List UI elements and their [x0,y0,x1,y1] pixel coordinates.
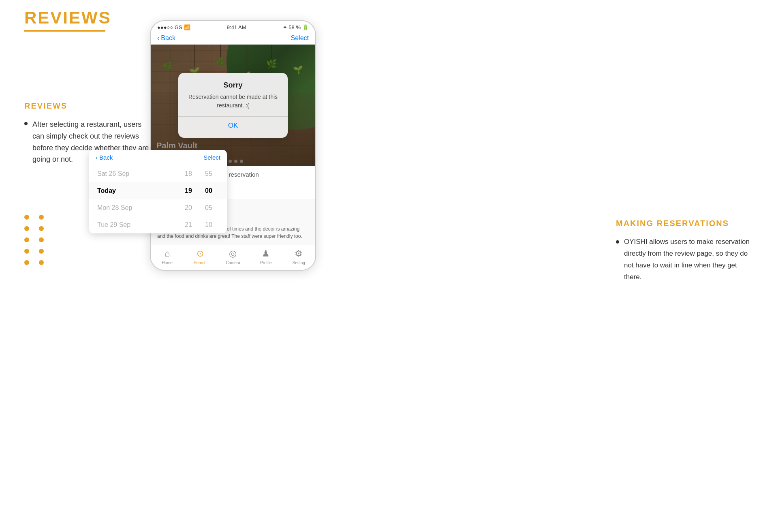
dp-min-tue: 10 [199,221,219,229]
dp-num-tue: 21 [178,221,199,229]
sorry-dialog: Sorry Reservation cannot be made at this… [178,73,288,138]
dot-3 [24,226,29,231]
profile-icon: ♟ [262,248,270,259]
dp-row-tue: Tue 29 Sep 21 10 [89,216,227,233]
tab-setting[interactable]: ⚙ Setting [286,248,311,265]
signal-indicator: ●●●○○ GS [157,24,182,30]
back-label: Back [161,34,175,42]
status-right: ✴ 58 % 🔋 [283,24,309,30]
decorative-dots-grid [24,215,47,265]
home-icon: ⌂ [165,248,170,259]
back-button[interactable]: ‹ Back [157,34,175,42]
dp-chevron-left-icon: ‹ [96,154,98,161]
tab-profile-label: Profile [260,261,271,265]
dp-row-mon: Mon 28 Sep 20 05 [89,199,227,216]
select-button[interactable]: Select [291,34,309,42]
dot-1 [24,215,29,220]
setting-icon: ⚙ [295,248,303,259]
status-time: 9:41 AM [227,24,246,30]
camera-icon: ◎ [229,248,237,259]
battery-icon: 🔋 [302,24,309,30]
wifi-icon: 📶 [184,24,190,30]
page-title: REVIEWS [24,8,111,28]
dp-num-sat: 18 [178,170,199,177]
reviews-section-label: REVIEWS [24,101,154,111]
dp-date-mon: Mon 28 Sep [97,204,178,212]
dp-num-today: 19 [178,187,199,194]
tab-search[interactable]: ⊙ Search [188,248,212,265]
dp-min-mon: 05 [199,204,219,212]
dot-4 [39,226,44,231]
dot-8 [39,249,44,254]
date-picker-overlay: ‹ Back Select Sat 26 Sep 18 55 Today 19 … [89,150,227,233]
nav-bar: ‹ Back Select [151,32,315,45]
status-left: ●●●○○ GS 📶 [157,24,190,30]
search-icon: ⊙ [197,248,204,259]
status-bar: ●●●○○ GS 📶 9:41 AM ✴ 58 % 🔋 [151,21,315,32]
dp-back-label: Back [99,154,113,161]
dp-date-today: Today [97,187,178,194]
dialog-overlay: Sorry Reservation cannot be made at this… [151,45,315,166]
tab-camera-label: Camera [226,261,240,265]
dp-back-button[interactable]: ‹ Back [96,154,113,161]
reservations-bullet-text: OYISHI allows users to make reservation … [624,236,754,283]
tab-home-label: Home [162,261,173,265]
dp-min-sat: 55 [199,170,219,177]
dp-min-today: 00 [199,187,219,194]
tab-bar: ⌂ Home ⊙ Search ◎ Camera ♟ Profile ⚙ Set… [151,245,315,270]
date-picker-nav: ‹ Back Select [89,150,227,165]
dp-select-button[interactable]: Select [203,154,220,161]
dp-date-sat: Sat 26 Sep [97,170,178,177]
dp-row-today: Today 19 00 [89,182,227,199]
dp-num-mon: 20 [178,204,199,212]
dot-9 [24,260,29,265]
tab-setting-label: Setting [293,261,305,265]
dot-7 [24,249,29,254]
dp-row-sat: Sat 26 Sep 18 55 [89,165,227,182]
dp-date-tue: Tue 29 Sep [97,221,178,229]
tab-search-label: Search [194,261,207,265]
bluetooth-icon: ✴ 58 % [283,24,301,30]
tab-camera[interactable]: ◎ Camera [221,248,245,265]
dot-2 [39,215,44,220]
page-title-underline [24,30,105,32]
reservations-bullet: OYISHI allows users to make reservation … [616,236,754,283]
tab-profile[interactable]: ♟ Profile [254,248,278,265]
right-panel: MAKING RESERVATIONS OYISHI allows users … [616,219,754,283]
dialog-message: Reservation cannot be made at this resta… [186,93,280,110]
bullet-dot [24,122,28,125]
dot-5 [24,237,29,242]
right-bullet-dot [616,240,619,244]
page-title-section: REVIEWS [24,8,111,32]
tab-home[interactable]: ⌂ Home [155,248,180,265]
restaurant-image: 🌿 🌱 🌿 🌱 🌿 [151,45,315,166]
dot-6 [39,237,44,242]
dialog-ok-button[interactable]: OK [186,117,280,130]
dot-10 [39,260,44,265]
chevron-left-icon: ‹ [157,34,159,42]
reservations-section-label: MAKING RESERVATIONS [616,219,754,228]
dialog-title: Sorry [186,81,280,90]
date-picker-rows: Sat 26 Sep 18 55 Today 19 00 Mon 28 Sep … [89,165,227,233]
